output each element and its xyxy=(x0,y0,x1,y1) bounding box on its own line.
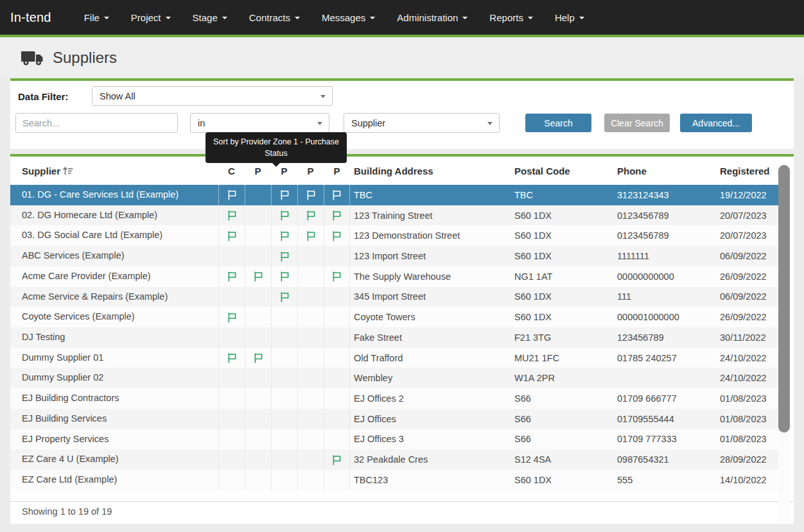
phone: 555 xyxy=(613,470,716,490)
flag-cell-p1 xyxy=(245,409,271,429)
registered-date: 28/09/2022 xyxy=(716,449,778,470)
column-header-c[interactable]: C xyxy=(218,166,245,176)
table-row[interactable]: EJ Building Contractors EJ Offices 2 S66… xyxy=(10,388,778,409)
column-header-phone[interactable]: Phone xyxy=(613,166,716,176)
supplier-name: EJ Building Services xyxy=(10,409,218,429)
flag-cell-p3 xyxy=(297,449,324,470)
supplier-name: 01. DG - Care Services Ltd (Example) xyxy=(10,185,218,205)
search-operator-select[interactable]: in xyxy=(190,113,329,133)
flag-cell-p3 xyxy=(297,368,324,388)
column-header-p1[interactable]: P xyxy=(245,166,271,176)
search-input[interactable] xyxy=(15,113,178,133)
flag-cell-p2 xyxy=(271,287,297,307)
menu-stage[interactable]: Stage xyxy=(182,0,238,35)
flag-icon xyxy=(279,291,290,302)
table-row[interactable]: EZ Care 4 U (Example) 32 Peakdale Cres S… xyxy=(10,449,778,470)
flag-icon xyxy=(279,230,290,241)
building-address: EJ Offices xyxy=(350,409,511,429)
registered-date: 24/10/2022 xyxy=(716,348,778,368)
column-header-registered[interactable]: Registered xyxy=(716,166,778,176)
chevron-down-icon xyxy=(104,17,109,19)
chevron-down-icon xyxy=(317,122,322,125)
clear-search-button[interactable]: Clear Search xyxy=(604,114,670,132)
menu-file[interactable]: File xyxy=(73,0,120,35)
menu-administration[interactable]: Administration xyxy=(386,0,478,35)
flag-icon xyxy=(227,352,238,363)
flag-cell-p1 xyxy=(245,307,271,327)
table-row[interactable]: Dummy Supplier 02 Wembley W1A 2PR 24/10/… xyxy=(10,368,778,388)
flag-icon xyxy=(306,189,317,200)
table-row[interactable]: Dummy Supplier 01 Old Trafford MU21 1FC … xyxy=(10,348,778,368)
flag-icon xyxy=(306,230,317,241)
phone: 01709555444 xyxy=(613,409,716,429)
column-header-building-address[interactable]: Building Address xyxy=(350,166,511,176)
flag-cell-p4 xyxy=(324,368,350,388)
vertical-scrollbar[interactable] xyxy=(778,162,790,522)
flag-cell-p4 xyxy=(324,348,350,368)
flag-cell-p2 xyxy=(271,368,297,388)
registered-date: 19/12/2022 xyxy=(716,185,778,205)
menu-messages[interactable]: Messages xyxy=(311,0,386,35)
top-navbar: In-tend File Project Stage Contracts Mes… xyxy=(0,0,804,35)
flag-cell-p3 xyxy=(297,327,324,348)
footer-divider xyxy=(10,501,794,502)
column-header-postal-code[interactable]: Postal Code xyxy=(511,166,613,176)
flag-icon xyxy=(331,210,342,221)
registered-date: 30/11/2022 xyxy=(716,327,778,348)
table-row[interactable]: DJ Testing Fake Street F21 3TG 123456789… xyxy=(10,327,778,348)
phone: 0987654321 xyxy=(613,449,716,470)
building-address: 345 Import Street xyxy=(350,287,511,307)
flag-cell-p4 xyxy=(324,185,350,205)
registered-date: 14/10/2022 xyxy=(716,470,778,490)
supplier-name: EJ Building Contractors xyxy=(10,388,218,409)
advanced-button[interactable]: Advanced... xyxy=(680,114,752,132)
column-header-p4[interactable]: P xyxy=(324,166,350,176)
flag-cell-p1 xyxy=(245,470,271,490)
building-address: Wembley xyxy=(350,368,511,388)
data-filter-select[interactable]: Show All xyxy=(92,86,333,106)
table-row[interactable]: Acme Service & Repairs (Example) 345 Imp… xyxy=(10,287,778,307)
scrollbar-thumb[interactable] xyxy=(778,165,790,433)
flag-icon xyxy=(331,454,342,465)
search-button[interactable]: Search xyxy=(525,114,591,132)
postal-code: W1A 2PR xyxy=(511,368,613,388)
flag-icon xyxy=(331,189,342,200)
chevron-down-icon xyxy=(166,17,171,19)
menu-help[interactable]: Help xyxy=(544,0,595,35)
menu-project[interactable]: Project xyxy=(120,0,182,35)
table-row[interactable]: Acme Care Provider (Example) The Supply … xyxy=(10,266,778,287)
postal-code: S60 1DX xyxy=(511,287,613,307)
search-field-select[interactable]: Supplier xyxy=(344,113,500,133)
flag-cell-c xyxy=(218,205,245,226)
table-row[interactable]: 03. DG Social Care Ltd (Example) 123 Dem… xyxy=(10,225,778,246)
column-header-p3[interactable]: P xyxy=(297,166,324,176)
table-row[interactable]: ABC Services (Example) 123 Import Street… xyxy=(10,246,778,266)
phone: 123456789 xyxy=(613,327,716,348)
menu-reports[interactable]: Reports xyxy=(478,0,544,35)
column-header-supplier[interactable]: Supplier xyxy=(10,166,218,176)
flag-cell-p1 xyxy=(245,246,271,266)
phone: 01709 777333 xyxy=(613,429,716,450)
flag-icon xyxy=(227,210,238,221)
table-row[interactable]: Coyote Services (Example) Coyote Towers … xyxy=(10,307,778,327)
table-row[interactable]: EJ Property Services EJ Offices 3 S66 01… xyxy=(10,429,778,450)
flag-cell-c xyxy=(218,246,245,266)
table-header-row: Supplier C P P P P Building Address Post… xyxy=(10,157,778,185)
flag-cell-p2 xyxy=(271,266,297,287)
flag-cell-p4 xyxy=(324,449,350,470)
supplier-name: 02. DG Homecare Ltd (Example) xyxy=(10,205,218,226)
table-row[interactable]: EJ Building Services EJ Offices S66 0170… xyxy=(10,409,778,429)
menu-contracts[interactable]: Contracts xyxy=(238,0,311,35)
postal-code: S12 4SA xyxy=(511,449,613,470)
flag-cell-c xyxy=(218,449,245,470)
table-row[interactable]: EZ Care Ltd (Example) TBC123 S60 1DX 555… xyxy=(10,470,778,490)
table-row[interactable]: 01. DG - Care Services Ltd (Example) TBC… xyxy=(10,185,778,205)
flag-icon xyxy=(253,352,264,363)
table-row[interactable]: 02. DG Homecare Ltd (Example) 123 Traini… xyxy=(10,205,778,226)
building-address: Coyote Towers xyxy=(350,307,511,327)
flag-cell-p3 xyxy=(297,470,324,490)
filter-panel: Data Filter: Show All in Supplier Search… xyxy=(10,78,794,149)
supplier-name: Dummy Supplier 02 xyxy=(10,368,218,388)
flag-cell-c xyxy=(218,327,245,348)
phone: 3123124343 xyxy=(613,185,716,205)
